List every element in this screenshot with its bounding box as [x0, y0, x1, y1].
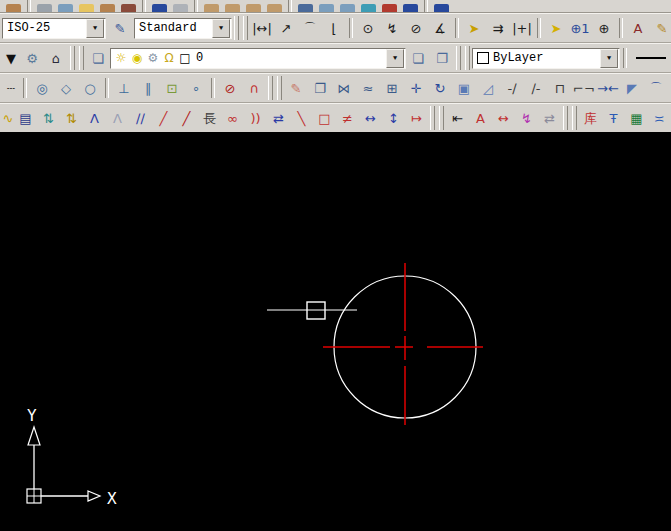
toolbar-grip[interactable]	[70, 46, 75, 70]
snap-to-center-button[interactable]: ◎	[30, 76, 54, 100]
scale-button[interactable]: ▣	[452, 76, 476, 100]
object-color-combo[interactable]: ByLayer ▼	[472, 48, 620, 69]
door-table-button[interactable]: ▦	[625, 106, 648, 130]
tolerance-button[interactable]: ⊕1	[568, 16, 592, 40]
partial-wave-button[interactable]: ∿	[2, 106, 14, 130]
snap-to-quadrant-button[interactable]: ◇	[54, 76, 78, 100]
fillet-button[interactable]: ⌒	[644, 76, 668, 100]
snap-to-perpendicular-button[interactable]: ⊥	[112, 76, 136, 100]
toolbar-grip[interactable]	[243, 16, 248, 40]
erase-button[interactable]: ✎	[284, 76, 308, 100]
roof-line-button[interactable]: Λ	[83, 106, 106, 130]
parallel-red-button[interactable]: ≠	[336, 106, 359, 130]
dimension-edit-button[interactable]: A	[626, 16, 650, 40]
vertical-pins-button[interactable]: ↕	[382, 106, 405, 130]
layer-previous-button[interactable]: ❐	[430, 46, 454, 70]
dimension-text-edit-button[interactable]: ✎	[650, 16, 671, 40]
toolbar-grip[interactable]	[79, 46, 84, 70]
dim-style-combo[interactable]: ISO-25 ▼	[2, 18, 106, 39]
aligned-dimension-button[interactable]: ↗	[274, 16, 298, 40]
color-combo-dropdown-arrow-icon[interactable]: ▼	[600, 49, 618, 68]
pipe-fitting-button[interactable]: ▤	[14, 106, 37, 130]
diameter-dimension-button[interactable]: ⊘	[404, 16, 428, 40]
axis-line-button[interactable]: ╱	[175, 106, 198, 130]
chamfer-button[interactable]: ◤	[620, 76, 644, 100]
hatch-lines-button[interactable]: ∕∕	[129, 106, 152, 130]
jogged-dimension-button[interactable]: ↯	[380, 16, 404, 40]
angular-dimension-button[interactable]: ∡	[428, 16, 452, 40]
toolbar-grip[interactable]	[439, 106, 444, 130]
home-view-button[interactable]: ⌂	[44, 46, 68, 70]
width-arrows-button[interactable]: ↔	[492, 106, 515, 130]
extend-button[interactable]: ∕-	[524, 76, 548, 100]
break-at-point-button[interactable]: ⊓	[548, 76, 572, 100]
arrow-pins-button[interactable]: ↦	[405, 106, 428, 130]
double-circle-button[interactable]: ∞	[221, 106, 244, 130]
move-button[interactable]: ✛	[404, 76, 428, 100]
snap-to-tangent-button[interactable]: ○	[78, 76, 102, 100]
toolbar-grip[interactable]	[268, 76, 273, 100]
toolbar-grip[interactable]	[572, 106, 577, 130]
copy-object-button[interactable]: ❐	[308, 76, 332, 100]
radius-dimension-button[interactable]: ⊙	[356, 16, 380, 40]
temporary-track-point-button[interactable]: ┄	[2, 76, 20, 100]
continue-dimension-button[interactable]: |+|	[510, 16, 534, 40]
snap-to-nearest-button[interactable]: ∘	[184, 76, 208, 100]
center-mark-button[interactable]: ⊕	[592, 16, 616, 40]
break-button[interactable]: ⌐¬	[572, 76, 596, 100]
swap-arrows-button[interactable]: ⇄	[538, 106, 561, 130]
roof-line-dashed-button[interactable]: Λ	[106, 106, 129, 130]
arc-length-dimension-button[interactable]: ⌒	[298, 16, 322, 40]
dim-style-dropdown-arrow-icon[interactable]: ▼	[86, 19, 104, 38]
ordinate-dimension-button[interactable]: ⌊	[322, 16, 346, 40]
quick-dimension-button[interactable]: ➤	[462, 16, 486, 40]
mirror-button[interactable]: ⋈	[332, 76, 356, 100]
linetype-preview-line[interactable]	[636, 57, 666, 59]
toolbar-grip[interactable]	[456, 46, 461, 70]
snap-to-parallel-button[interactable]: ∥	[136, 76, 160, 100]
baseline-dimension-button[interactable]: ⇉	[486, 16, 510, 40]
trim-button[interactable]: -∕	[500, 76, 524, 100]
text-style-manager-button[interactable]: ✎	[108, 16, 132, 40]
toolbar-grip[interactable]	[234, 16, 239, 40]
array-button[interactable]: ⊞	[380, 76, 404, 100]
column-grid-2-button[interactable]: ⇅	[60, 106, 83, 130]
column-grid-1-button[interactable]: ⇅	[37, 106, 60, 130]
axis-line-dashed-button[interactable]: ╱	[152, 106, 175, 130]
toolbar-grip[interactable]	[563, 106, 568, 130]
char-chang-button[interactable]: 長	[198, 106, 221, 130]
toolbar-grip[interactable]	[465, 46, 470, 70]
drawing-canvas[interactable]: Y X	[0, 132, 671, 531]
crosshair-cursor[interactable]	[267, 302, 357, 319]
double-arc-button[interactable]: ))	[244, 106, 267, 130]
rotate-button[interactable]: ↻	[428, 76, 452, 100]
toolbar-grip[interactable]	[430, 106, 435, 130]
osnap-settings-button[interactable]: ∩	[242, 76, 266, 100]
text-style-dropdown-arrow-icon[interactable]: ▼	[212, 19, 230, 38]
magenta-leader-button[interactable]: ↯	[515, 106, 538, 130]
dim-corner-button[interactable]: ⇤	[446, 106, 469, 130]
tool-palettes-button[interactable]: ⚙	[20, 46, 44, 70]
caliper-button[interactable]: Ŧ	[602, 106, 625, 130]
linear-dimension-button[interactable]: |↔|	[250, 16, 274, 40]
snap-none-button[interactable]: ⊘	[218, 76, 242, 100]
toolbar-overflow-button[interactable]: ▼	[2, 46, 20, 70]
layer-combo-dropdown-arrow-icon[interactable]: ▼	[386, 49, 404, 68]
leader-line-button[interactable]: ╲	[290, 106, 313, 130]
arrow-bar-button[interactable]: ↔	[359, 106, 382, 130]
join-button[interactable]: →←	[596, 76, 620, 100]
text-style-combo[interactable]: Standard ▼	[134, 18, 232, 39]
wrench-button[interactable]: ≍	[648, 106, 671, 130]
dashed-box-button[interactable]: □	[313, 106, 336, 130]
layer-properties-button[interactable]: ❏	[86, 46, 110, 70]
offset-button[interactable]: ≈	[356, 76, 380, 100]
make-object-layer-current-button[interactable]: ❏	[406, 46, 430, 70]
snap-to-insert-button[interactable]: ⊡	[160, 76, 184, 100]
layer-combo[interactable]: ☼◉⚙Ω□ 0 ▼	[110, 48, 406, 69]
char-ku-button[interactable]: 库	[579, 106, 602, 130]
stretch-button[interactable]: ◿	[476, 76, 500, 100]
toolbar-grip[interactable]	[277, 76, 282, 100]
quick-leader-button[interactable]: ➤	[544, 16, 568, 40]
text-frame-button[interactable]: A	[469, 106, 492, 130]
distribute-button[interactable]: ⇄	[267, 106, 290, 130]
